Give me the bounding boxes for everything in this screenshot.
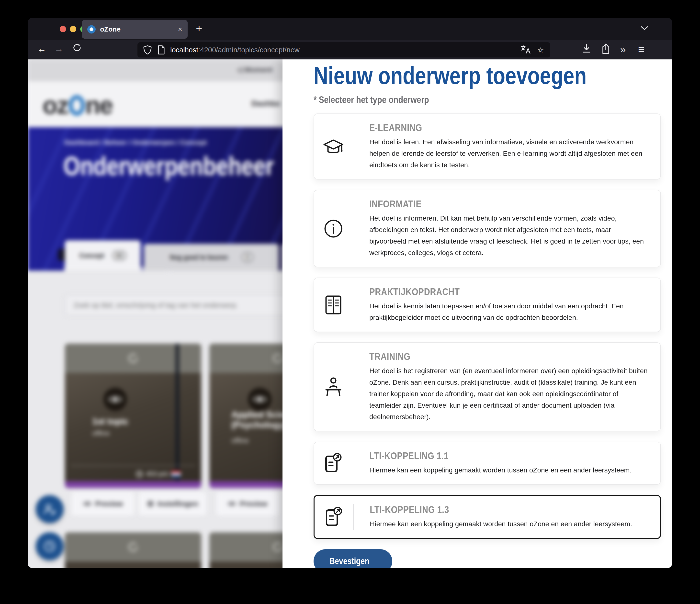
app-menu-icon[interactable]: ≡ [638, 43, 645, 56]
browser-toolbar: ← → localhost:4200/admin/topics/concept/… [28, 40, 672, 59]
option-description: Het doel is kennis laten toepassen en/of… [369, 300, 648, 323]
new-topic-modal: Nieuw onderwerp toevoegen * Selecteer he… [282, 59, 672, 568]
new-tab-button[interactable]: + [196, 22, 202, 34]
desktop: { "browser": { "tab_title": "oZone", "ta… [0, 0, 700, 604]
topic-status: offline [231, 437, 249, 445]
settings-button[interactable]: Instellingen [139, 492, 206, 515]
modal-title: Nieuw onderwerp toevoegen [314, 63, 661, 88]
person-pencil-icon [43, 502, 57, 516]
edit-user-fab[interactable] [36, 495, 64, 523]
page-content: ◁ Moment ozne Dashbo Dashboard / Beheer … [28, 59, 672, 568]
image-streak [175, 344, 179, 481]
modal-subtitle: * Selecteer het type onderwerp [314, 95, 661, 105]
page-info-icon[interactable] [157, 45, 165, 54]
topic-card[interactable] [65, 532, 201, 568]
bookmark-star-icon[interactable]: ☆ [538, 46, 544, 54]
option-lti-koppeling-1-1[interactable]: LTI-KOPPELING 1.1 Hiermee kan een koppel… [314, 442, 661, 485]
book-open-icon [314, 278, 353, 332]
confirm-button[interactable]: Bevestigen [314, 549, 392, 568]
option-description: Het doel is informeren. Dit kan met behu… [369, 212, 648, 258]
nl-flag-icon [171, 471, 181, 478]
topic-status: offline [92, 430, 110, 437]
card-refresh-icon [271, 541, 284, 553]
card-image: 1st topic offline 453 pnt [65, 373, 201, 481]
topic-card[interactable]: 1st topic offline 453 pnt [65, 344, 201, 488]
url-text: localhost:4200/admin/topics/concept/new [170, 46, 521, 54]
tab-close-icon[interactable]: × [178, 25, 182, 33]
option-title: TRAINING [369, 351, 651, 362]
eye-badge-icon [103, 387, 127, 411]
person-training-icon [314, 343, 353, 431]
ozone-logo: ozne [43, 91, 112, 119]
history-fab[interactable] [36, 532, 64, 560]
preview-button[interactable]: Preview [72, 492, 134, 515]
logo-ring-icon [69, 95, 85, 116]
option-title: E-LEARNING [369, 122, 651, 133]
reload-button[interactable] [72, 43, 82, 55]
site-favicon-icon [87, 25, 96, 33]
option-training[interactable]: TRAINING Het doel is het registreren van… [314, 342, 661, 431]
eye-icon [227, 501, 236, 507]
tab-title: oZone [100, 25, 178, 33]
option-description: Het doel is het registreren van (en even… [369, 365, 648, 423]
option-praktijkopdracht[interactable]: PRAKTIJKOPDRACHT Het doel is kennis late… [314, 278, 661, 332]
download-icon[interactable] [582, 43, 592, 55]
url-path: :4200/admin/topics/concept/new [198, 46, 299, 54]
url-bar[interactable]: localhost:4200/admin/topics/concept/new … [138, 42, 550, 57]
option-lti-koppeling-1-3[interactable]: LTI-KOPPELING 1.3 Hiermee kan een koppel… [314, 495, 661, 539]
gear-icon [147, 500, 154, 507]
option-description: Hiermee kan een koppeling gemaakt worden… [370, 518, 649, 530]
option-description: Hiermee kan een koppeling gemaakt worden… [369, 464, 648, 476]
breadcrumb: Dashboard / Beheer / Onderwerpen / Conce… [64, 139, 207, 147]
page-title: Onderwerpenbeheer [64, 151, 320, 181]
document-link-icon [314, 442, 353, 484]
topic-type-options: E-LEARNING Het doel is leren. Een afwiss… [314, 114, 661, 539]
search-input[interactable] [65, 295, 295, 316]
tab-concept-count: 63 [112, 251, 126, 260]
option-description: Het doel is leren. Een afwisseling van i… [369, 136, 648, 171]
eye-icon [83, 501, 92, 507]
topic-points: 453 pnt [136, 470, 181, 478]
card-divider [71, 465, 195, 466]
card-accent-strip [65, 481, 201, 488]
clock-icon [43, 539, 57, 553]
tab-list-chevron-icon[interactable] [640, 25, 649, 31]
browser-tab-bar: oZone × + [28, 18, 672, 40]
option-informatie[interactable]: INFORMATIE Het doel is informeren. Dit k… [314, 190, 661, 267]
minimize-window-button[interactable] [70, 26, 76, 32]
option-title: PRAKTIJKOPDRACHT [369, 286, 651, 297]
shield-icon[interactable] [143, 45, 152, 54]
translate-icon[interactable] [521, 45, 530, 55]
eye-badge-icon [248, 387, 272, 411]
forward-button: → [54, 44, 64, 54]
info-circle-icon [314, 190, 353, 267]
option-title: INFORMATIE [369, 199, 651, 209]
close-window-button[interactable] [60, 26, 66, 32]
preview-button[interactable]: Preview [216, 492, 279, 515]
card-refresh-icon [127, 541, 140, 553]
clock-icon [136, 471, 143, 478]
tab-nog-goed-te-keuren[interactable]: Nog goed te keuren 8 [144, 244, 279, 271]
back-button[interactable]: ← [38, 44, 46, 54]
option-title: LTI-KOPPELING 1.3 [370, 504, 650, 515]
moment-back-link: ◁ Moment [237, 65, 283, 74]
tab-keuren-count: 8 [242, 253, 253, 262]
tab-concept[interactable]: Concept 63 [65, 241, 141, 271]
browser-window: oZone × + ← → localhost:4200/admin/topic… [28, 18, 672, 568]
document-link-icon [315, 496, 353, 538]
option-e-learning[interactable]: E-LEARNING Het doel is leren. Een afwiss… [314, 114, 661, 179]
option-title: LTI-KOPPELING 1.1 [369, 450, 651, 461]
card-refresh-icon [65, 344, 201, 373]
graduation-cap-icon [314, 114, 353, 179]
more-tools-icon[interactable]: » [620, 44, 626, 55]
topic-title: 1st topic [92, 417, 128, 427]
url-host: localhost [170, 46, 198, 54]
browser-tab[interactable]: oZone × [82, 20, 188, 39]
header-nav-label: Dashbo [251, 99, 283, 108]
share-icon[interactable] [601, 43, 611, 55]
